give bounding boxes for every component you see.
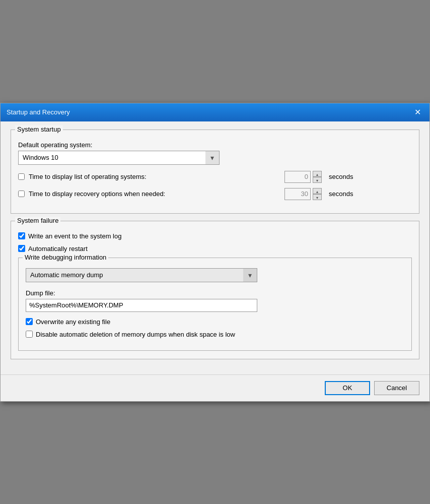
time-display-recovery-spinner: 30 xyxy=(284,188,322,200)
system-failure-label: System failure xyxy=(15,217,60,224)
write-debugging-label: Write debugging information xyxy=(23,254,108,261)
time-display-list-down-button[interactable] xyxy=(313,177,322,183)
system-startup-content: Default operating system: Windows 10 Tim… xyxy=(18,134,412,200)
title-bar: Startup and Recovery ✕ xyxy=(1,103,429,121)
write-event-label: Write an event to the system log xyxy=(28,232,121,240)
dump-type-dropdown-container: Automatic memory dump Complete memory du… xyxy=(26,268,257,282)
time-display-recovery-spinner-buttons xyxy=(313,188,322,200)
disable-deletion-row: Disable automatic deletion of memory dum… xyxy=(26,331,404,338)
down-arrow-icon xyxy=(316,176,318,183)
default-os-dropdown[interactable]: Windows 10 xyxy=(18,151,220,165)
overwrite-checkbox[interactable] xyxy=(26,318,33,325)
auto-restart-row: Automatically restart xyxy=(18,245,412,253)
time-display-recovery-up-button[interactable] xyxy=(313,188,322,194)
default-os-label: Default operating system: xyxy=(18,141,412,149)
time-display-list-spinner: 0 xyxy=(284,171,322,183)
disable-deletion-checkbox[interactable] xyxy=(26,331,33,338)
ok-button[interactable]: OK xyxy=(325,381,370,395)
disable-deletion-label: Disable automatic deletion of memory dum… xyxy=(36,331,235,338)
startup-recovery-dialog: Startup and Recovery ✕ System startup De… xyxy=(0,103,430,402)
dump-file-input[interactable] xyxy=(26,299,257,312)
down-arrow-icon xyxy=(316,194,318,200)
time-display-recovery-down-button[interactable] xyxy=(313,194,322,200)
write-debugging-group: Write debugging information Automatic me… xyxy=(18,258,412,351)
time-display-list-up-button[interactable] xyxy=(313,171,322,177)
write-event-row: Write an event to the system log xyxy=(18,232,412,240)
time-display-list-spinner-buttons xyxy=(313,171,322,183)
dump-file-label: Dump file: xyxy=(26,289,404,297)
dialog-body: System startup Default operating system:… xyxy=(1,121,429,374)
auto-restart-label: Automatically restart xyxy=(28,245,88,253)
overwrite-row: Overwrite any existing file xyxy=(26,318,404,326)
dialog-footer: OK Cancel xyxy=(1,374,429,401)
system-failure-group: System failure Write an event to the sys… xyxy=(11,221,419,359)
default-os-dropdown-container: Windows 10 xyxy=(18,151,220,165)
time-display-list-input[interactable]: 0 xyxy=(284,171,311,183)
overwrite-label: Overwrite any existing file xyxy=(36,318,110,326)
time-display-list-unit: seconds xyxy=(329,173,353,180)
write-debugging-content: Automatic memory dump Complete memory du… xyxy=(26,262,404,338)
time-display-list-label: Time to display list of operating system… xyxy=(29,173,280,180)
time-display-recovery-label: Time to display recovery options when ne… xyxy=(29,190,280,198)
close-button[interactable]: ✕ xyxy=(411,106,423,118)
dialog-title: Startup and Recovery xyxy=(7,108,70,116)
time-display-list-row: Time to display list of operating system… xyxy=(18,171,412,183)
auto-restart-checkbox[interactable] xyxy=(18,245,25,252)
system-failure-content: Write an event to the system log Automat… xyxy=(18,225,412,351)
cancel-button[interactable]: Cancel xyxy=(374,381,419,395)
dump-type-dropdown[interactable]: Automatic memory dump Complete memory du… xyxy=(26,268,257,282)
time-display-recovery-input[interactable]: 30 xyxy=(284,188,311,200)
time-display-recovery-checkbox[interactable] xyxy=(18,191,25,197)
time-display-recovery-unit: seconds xyxy=(329,190,353,198)
system-startup-group: System startup Default operating system:… xyxy=(11,130,419,214)
time-display-list-checkbox[interactable] xyxy=(18,173,25,180)
time-display-recovery-row: Time to display recovery options when ne… xyxy=(18,188,412,200)
write-event-checkbox[interactable] xyxy=(18,232,25,239)
system-startup-label: System startup xyxy=(15,125,63,133)
